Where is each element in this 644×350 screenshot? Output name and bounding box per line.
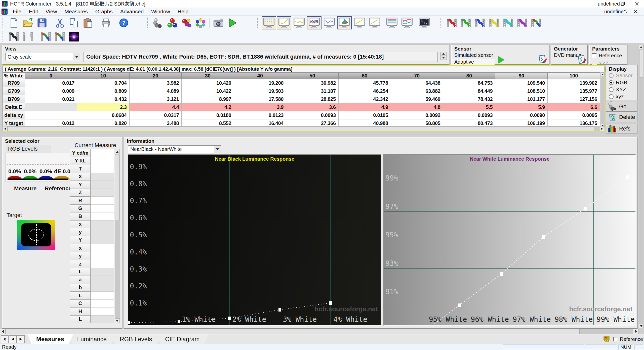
go-button[interactable]: Go xyxy=(606,102,637,112)
film-red-icon[interactable] xyxy=(445,17,459,29)
chevron-down-icon[interactable] xyxy=(214,146,221,153)
measure-table-scrollbar[interactable] xyxy=(115,149,120,323)
restore-button[interactable] xyxy=(616,0,630,8)
scroll-up-icon[interactable] xyxy=(639,45,643,49)
table-cell[interactable]: 42.342 xyxy=(339,95,391,103)
menu-advanced[interactable]: Advanced xyxy=(116,8,147,16)
measure-row-value[interactable] xyxy=(91,165,114,173)
table-cell[interactable]: 101.177 xyxy=(495,95,548,103)
copy-icon[interactable] xyxy=(67,17,81,29)
close-tab-button[interactable]: x xyxy=(1,335,9,343)
view-cie-icon[interactable] xyxy=(337,16,352,29)
view-gamma-icon[interactable] xyxy=(277,16,291,29)
table-cell[interactable]: 0.0095 xyxy=(548,111,600,119)
scrollbar-thumb[interactable] xyxy=(8,126,594,131)
view-yellow-line-2-icon[interactable] xyxy=(367,16,382,29)
measure-row-value[interactable] xyxy=(91,205,114,213)
tab-luminance[interactable]: Luminance xyxy=(68,334,116,344)
measure-row-value[interactable] xyxy=(91,300,114,308)
film-magenta-icon[interactable] xyxy=(515,17,529,29)
galaxy-icon[interactable] xyxy=(67,30,81,43)
menu-view[interactable]: View xyxy=(42,8,61,16)
table-cell[interactable]: 46.254 xyxy=(339,87,391,95)
table-cell[interactable]: 0.017 xyxy=(25,79,77,87)
table-cell[interactable]: 0.0180 xyxy=(182,111,234,119)
view-mode-select[interactable]: Gray scale xyxy=(5,53,80,61)
column-header-10[interactable]: 10 xyxy=(77,73,130,79)
measure-row-value[interactable] xyxy=(91,252,114,260)
film-rgb-1-icon[interactable] xyxy=(39,30,53,43)
table-cell[interactable]: 0.809 xyxy=(77,87,130,95)
measure-row-value[interactable] xyxy=(91,197,114,205)
new-icon[interactable] xyxy=(7,17,21,29)
film-rgb-icon[interactable] xyxy=(529,17,543,29)
spin-down-icon[interactable] xyxy=(440,56,447,60)
column-header-90[interactable]: 90 xyxy=(495,73,548,79)
table-cell[interactable]: 3.121 xyxy=(130,95,182,103)
table-cell[interactable]: 84.753 xyxy=(443,79,496,87)
row-header-delta-xy[interactable]: delta xy xyxy=(3,111,25,119)
column-header-20[interactable]: 20 xyxy=(130,73,182,79)
table-cell[interactable]: 109.540 xyxy=(495,79,548,87)
menu-help[interactable]: Help xyxy=(174,8,192,16)
mdi-minimize-button[interactable]: undefined xyxy=(610,8,620,16)
grid-horizontal-scrollbar[interactable] xyxy=(3,126,604,131)
film-black-icon[interactable] xyxy=(7,30,21,43)
table-cell[interactable]: 0.0090 xyxy=(495,111,548,119)
play-icon[interactable] xyxy=(225,17,239,29)
table-cell[interactable]: 84.449 xyxy=(443,87,496,95)
scroll-up-icon[interactable] xyxy=(601,72,605,76)
radio-icon[interactable] xyxy=(609,87,614,92)
toolbar-grip[interactable] xyxy=(3,18,5,28)
measure-row-value[interactable] xyxy=(91,212,114,221)
information-view-select[interactable]: NearBlack - NearWhite xyxy=(128,145,221,153)
column-header-30[interactable]: 30 xyxy=(182,73,234,79)
table-cell[interactable]: 0.0123 xyxy=(234,111,286,119)
film-white-icon[interactable] xyxy=(21,30,35,43)
data-point[interactable] xyxy=(584,207,587,210)
table-cell[interactable]: 135.977 xyxy=(548,87,600,95)
measure-row-value[interactable] xyxy=(91,276,114,284)
row-header-delta-e[interactable]: Delta E xyxy=(3,103,25,111)
table-cell[interactable]: 3.982 xyxy=(130,79,182,87)
measure-row-value[interactable] xyxy=(91,181,114,189)
about-icon[interactable]: ? xyxy=(117,17,131,29)
toolbar-grip[interactable] xyxy=(257,18,259,28)
table-cell[interactable]: 28.825 xyxy=(286,95,339,103)
tab-rgb-levels[interactable]: RGB Levels xyxy=(111,334,161,344)
measure-row-value[interactable] xyxy=(91,189,114,197)
measure-row-value[interactable] xyxy=(91,316,114,324)
tab-cie-diagram[interactable]: CIE Diagram xyxy=(156,334,209,344)
table-cell[interactable]: 6.6 xyxy=(548,103,600,111)
table-cell[interactable]: 10.422 xyxy=(182,87,234,95)
measure-row-value[interactable] xyxy=(91,228,114,236)
table-cell[interactable]: 64.438 xyxy=(391,79,443,87)
chevron-down-icon[interactable] xyxy=(73,53,80,60)
column-header-0[interactable]: 0 xyxy=(25,73,77,79)
scrollbar-thumb[interactable] xyxy=(639,50,643,77)
column-header-70[interactable]: 70 xyxy=(391,73,443,79)
table-cell[interactable]: 4.4 xyxy=(130,103,182,111)
mdi-close-button[interactable] xyxy=(630,8,640,16)
minimize-button[interactable]: undefined xyxy=(602,0,616,8)
table-cell[interactable]: 4.9 xyxy=(339,103,391,111)
measure-row-value[interactable] xyxy=(91,268,114,276)
sensor-properties-icon[interactable] xyxy=(538,54,547,64)
scroll-right-icon[interactable] xyxy=(599,126,604,131)
film-cyan-icon[interactable] xyxy=(501,17,515,29)
close-button[interactable] xyxy=(630,0,644,8)
measure-row-value[interactable] xyxy=(91,244,114,252)
param-reference-checkbox-row[interactable]: Reference xyxy=(590,52,627,60)
reference-checkbox-row[interactable]: Reference xyxy=(613,336,643,342)
measure-row-value[interactable] xyxy=(91,260,114,268)
scrollbar-thumb[interactable] xyxy=(6,329,580,334)
table-cell[interactable]: 17.580 xyxy=(234,95,286,103)
table-cell[interactable]: 0.009 xyxy=(25,87,77,95)
save-icon[interactable] xyxy=(35,17,49,29)
balls-ring-icon[interactable] xyxy=(193,17,208,29)
balls-rgb-icon[interactable] xyxy=(165,17,179,29)
table-cell[interactable]: 78.432 xyxy=(443,95,496,103)
data-point[interactable] xyxy=(542,235,545,239)
toolbar-grip[interactable] xyxy=(147,18,149,28)
table-cell[interactable]: 45.778 xyxy=(339,79,391,87)
